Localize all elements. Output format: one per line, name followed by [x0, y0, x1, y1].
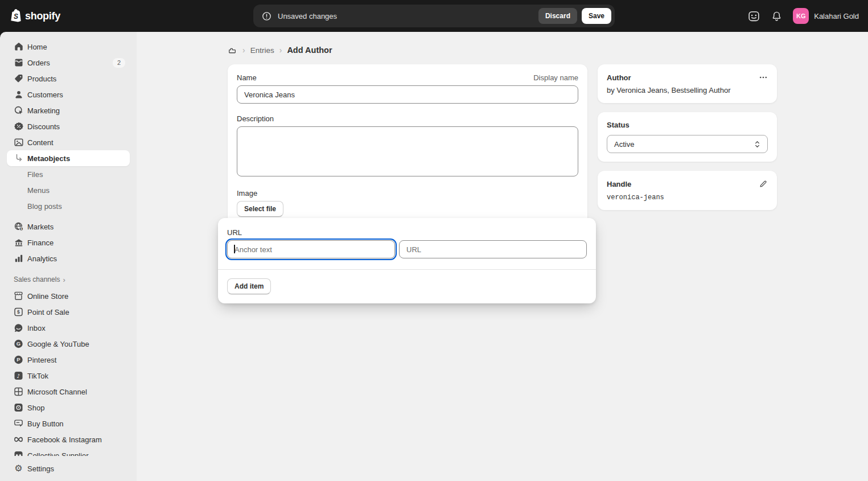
- sidebar-item-customers[interactable]: Customers: [7, 87, 130, 102]
- unsaved-changes-label: Unsaved changes: [278, 12, 337, 20]
- breadcrumb: › Entries › Add Author: [228, 44, 777, 56]
- sales-channels-header[interactable]: Sales channels ›: [7, 271, 130, 288]
- inbox-chat-icon: [13, 323, 24, 334]
- side-panel: Author by Veronica Jeans, Bestselling Au…: [598, 64, 777, 210]
- sidebar-footer: ⚙ Settings: [0, 456, 137, 481]
- discard-button[interactable]: Discard: [538, 8, 577, 24]
- point-of-sale-icon: $: [13, 307, 24, 318]
- author-card-title: Author: [607, 73, 631, 82]
- sidebar-item-finance[interactable]: Finance: [7, 235, 130, 250]
- svg-text:G: G: [17, 340, 20, 347]
- buy-button-icon: [13, 418, 24, 429]
- status-select[interactable]: Active: [607, 135, 768, 153]
- sidebar-item-shop[interactable]: Shop: [7, 400, 130, 416]
- sidebar-item-google-youtube[interactable]: G Google & YouTube: [7, 336, 130, 352]
- svg-text:S: S: [14, 13, 18, 20]
- sidebar-item-marketing[interactable]: Marketing: [7, 102, 130, 118]
- breadcrumb-entries-link[interactable]: Entries: [250, 46, 274, 55]
- notifications-bell-icon[interactable]: [771, 10, 783, 22]
- sidebar-item-tiktok[interactable]: ♪ TikTok: [7, 368, 130, 384]
- select-caret-icon: [753, 140, 762, 149]
- select-file-button[interactable]: Select file: [237, 201, 283, 217]
- orders-icon: [13, 57, 24, 68]
- sidebar-item-metaobjects[interactable]: Metaobjects: [7, 150, 130, 166]
- sidebar-item-collective[interactable]: Collective Supplier: [7, 447, 130, 456]
- image-field-label: Image: [237, 189, 578, 198]
- url-input[interactable]: [399, 240, 587, 258]
- chevron-right-icon: ›: [279, 46, 282, 55]
- home-icon: [13, 42, 24, 52]
- alert-icon: [261, 11, 272, 22]
- handle-card: Handle veronica-jeans: [598, 171, 777, 210]
- sidebar-item-discounts[interactable]: Discounts: [7, 118, 130, 134]
- sidebar-item-markets[interactable]: $ Markets: [7, 219, 130, 235]
- chevron-right-icon: ›: [63, 276, 65, 284]
- sidebar: Home Orders 2 Products Customers: [0, 32, 137, 481]
- shopify-bag-icon: S: [9, 9, 23, 23]
- status-card-title: Status: [607, 121, 630, 129]
- url-field-label: URL: [227, 228, 587, 237]
- display-name-label: Display name: [533, 73, 578, 82]
- edit-handle-pencil-icon[interactable]: [759, 179, 768, 188]
- sidebar-item-home[interactable]: Home: [7, 39, 130, 55]
- metaobject-icon[interactable]: [228, 46, 237, 55]
- sidebar-nav: Home Orders 2 Products Customers: [0, 32, 137, 456]
- online-store-icon: [13, 291, 24, 302]
- customers-icon: [13, 89, 24, 100]
- topbar: S shopify Unsaved changes Discard Save K…: [0, 0, 868, 32]
- name-input[interactable]: [237, 85, 578, 104]
- text-cursor: [234, 245, 235, 253]
- description-field-label: Description: [237, 114, 578, 123]
- url-list-popover: URL Add item: [218, 218, 596, 303]
- svg-text:♪: ♪: [17, 373, 20, 379]
- shopify-wordmark: shopify: [25, 10, 60, 22]
- sidekick-icon[interactable]: [747, 10, 760, 23]
- page-title: Add Author: [287, 46, 332, 55]
- sidebar-item-analytics[interactable]: Analytics: [7, 250, 130, 266]
- sidebar-item-content[interactable]: Content: [7, 134, 130, 150]
- status-card: Status Active: [598, 112, 777, 162]
- orders-count-badge: 2: [113, 58, 125, 68]
- sidebar-item-point-of-sale[interactable]: $ Point of Sale: [7, 304, 130, 320]
- name-field-label: Name: [237, 73, 257, 82]
- handle-card-title: Handle: [607, 180, 631, 188]
- sidebar-item-pinterest[interactable]: P Pinterest: [7, 352, 130, 368]
- markets-globe-icon: $: [13, 221, 24, 232]
- sidebar-item-buy-button[interactable]: Buy Button: [7, 416, 130, 431]
- description-textarea[interactable]: [237, 126, 578, 176]
- anchor-text-field: [227, 240, 395, 258]
- divider: [218, 269, 596, 270]
- discounts-icon: [13, 121, 24, 132]
- store-avatar: KG: [793, 8, 809, 24]
- svg-text:$: $: [17, 309, 20, 315]
- settings-gear-icon: ⚙: [13, 463, 24, 474]
- save-button[interactable]: Save: [582, 8, 611, 24]
- store-name: Kalahari Gold: [814, 12, 859, 20]
- sidebar-item-inbox[interactable]: Inbox: [7, 320, 130, 336]
- sidebar-item-orders[interactable]: Orders 2: [7, 55, 130, 71]
- tree-branch-icon: [13, 153, 24, 164]
- url-field: [399, 240, 587, 258]
- sidebar-item-online-store[interactable]: Online Store: [7, 288, 130, 304]
- sidebar-item-products[interactable]: Products: [7, 71, 130, 87]
- sidebar-item-facebook-instagram[interactable]: Facebook & Instagram: [7, 431, 130, 447]
- sidebar-item-microsoft-channel[interactable]: Microsoft Channel: [7, 384, 130, 400]
- microsoft-grid-icon: [13, 387, 24, 397]
- shopify-logo[interactable]: S shopify: [9, 9, 60, 23]
- sidebar-item-menus[interactable]: Menus: [7, 182, 130, 198]
- store-menu[interactable]: KG Kalahari Gold: [793, 8, 859, 24]
- sidebar-item-files[interactable]: Files: [7, 166, 130, 182]
- shop-app-icon: [13, 402, 24, 413]
- svg-text:$: $: [20, 227, 22, 231]
- collective-icon: [13, 450, 24, 457]
- finance-bank-icon: [13, 237, 24, 248]
- marketing-icon: [13, 105, 24, 116]
- anchor-text-input[interactable]: [227, 240, 395, 258]
- author-subtitle: by Veronica Jeans, Bestselling Author: [607, 86, 768, 94]
- sidebar-item-settings[interactable]: ⚙ Settings: [7, 461, 130, 476]
- add-item-button[interactable]: Add item: [227, 278, 271, 294]
- entry-form-card: Name Display name Description Image Sele…: [228, 64, 587, 228]
- more-actions-icon[interactable]: [759, 73, 768, 82]
- sidebar-item-blog-posts[interactable]: Blog posts: [7, 198, 130, 214]
- content-icon: [13, 137, 24, 148]
